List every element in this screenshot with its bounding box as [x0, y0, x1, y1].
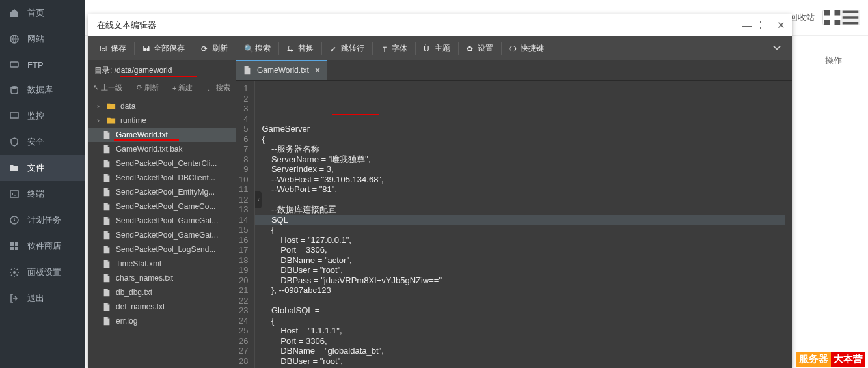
refresh-button[interactable]: ⟳ 刷新 [137, 83, 159, 92]
file-item[interactable]: GameWorld.txt.bak [88, 142, 236, 156]
code-line[interactable]: Port = 3306, [262, 245, 792, 255]
collapse-toolbar-button[interactable] [767, 40, 787, 57]
code-line[interactable]: Host = "127.0.0.1", [262, 235, 792, 246]
file-item[interactable]: SendPacketPool_CenterCli... [88, 156, 236, 171]
code-line[interactable]: DBPass = "jdusVRPm8XI+vYJb5gNZiw==" [262, 276, 792, 286]
code-line[interactable]: { [262, 134, 792, 145]
grid-view-button[interactable] [823, 10, 841, 25]
close-button[interactable]: ✕ [777, 20, 785, 31]
search-button[interactable]: 、 搜索 [207, 83, 230, 92]
code-line[interactable]: DBName = "actor", [262, 255, 792, 266]
file-tree[interactable]: dataruntimeGameWorld.txtGameWorld.txt.ba… [88, 98, 236, 368]
sidebar-item-settings[interactable]: 面板设置 [0, 259, 85, 285]
folder-icon [107, 116, 116, 125]
watermark: 服务器 大本营 [796, 352, 865, 367]
code-line[interactable]: GameServer = [262, 124, 792, 134]
sidebar-item-folder[interactable]: 文件 [0, 155, 85, 181]
folder-item[interactable]: runtime [88, 113, 236, 128]
code-line[interactable]: }, --0987abc123 [262, 285, 792, 296]
collapse-panel-icon[interactable]: ‹ [255, 191, 262, 208]
sidebar-item-terminal[interactable]: 终端 [0, 181, 85, 207]
file-icon [102, 216, 111, 225]
svg-rect-9 [15, 247, 18, 250]
font-button[interactable]: Ｔ字体 [374, 40, 414, 57]
file-item[interactable]: TimeStat.xml [88, 257, 236, 271]
editor-window: 在线文本编辑器 — ⛶ ✕ 🖫保存🖬全部保存⟳刷新🔍搜索⇆替换➹跳转行Ｔ字体Ü主… [88, 14, 792, 368]
file-item[interactable]: SendPacketPool_GameGat... [88, 214, 236, 228]
file-item[interactable]: SendPacketPool_EntityMg... [88, 185, 236, 199]
sidebar-item-label: 计划任务 [27, 214, 61, 226]
file-item[interactable]: SendPacketPool_LogSend... [88, 242, 236, 257]
code-line[interactable]: DBName = "globaldata_bt", [262, 346, 792, 356]
saveAll-button[interactable]: 🖬全部保存 [136, 40, 191, 57]
sidebar-item-label: 监控 [27, 110, 44, 122]
code-line[interactable]: ServerName = "唯我独尊", [262, 154, 792, 165]
svg-point-2 [11, 86, 18, 89]
file-icon [102, 173, 111, 182]
sidebar-item-home[interactable]: 首页 [0, 0, 85, 26]
refresh-button[interactable]: ⟳刷新 [195, 40, 234, 57]
theme-button[interactable]: Ü主题 [417, 40, 457, 57]
code-line[interactable]: DBUser = "root", [262, 265, 792, 276]
highlight-underline [114, 139, 179, 141]
code-line[interactable]: --数据库连接配置 [262, 205, 792, 215]
sidebar-item-logout[interactable]: 退出 [0, 285, 85, 311]
folder-item[interactable]: data [88, 99, 236, 113]
minimize-button[interactable]: — [742, 20, 752, 31]
file-item[interactable]: chars_names.txt [88, 271, 236, 285]
folder-icon [9, 163, 20, 173]
code-line[interactable] [262, 296, 792, 306]
code-line[interactable]: Host = "1.1.1.1", [262, 326, 792, 336]
toolbar-label: 主题 [435, 43, 450, 54]
code-line[interactable]: DBUser = "root", [262, 356, 792, 367]
tab-gameworld[interactable]: GameWorld.txt ✕ [236, 60, 327, 80]
file-item[interactable]: SendPacketPool_GameCo... [88, 199, 236, 214]
code-line[interactable]: Port = 3306, [262, 336, 792, 347]
code-line[interactable]: { [262, 225, 792, 235]
sidebar-item-apps[interactable]: 软件商店 [0, 233, 85, 259]
close-tab-icon[interactable]: ✕ [314, 66, 321, 75]
toolbar-label: 全部保存 [154, 43, 185, 54]
sidebar-item-globe[interactable]: 网站 [0, 26, 85, 52]
sidebar-item-db[interactable]: 数据库 [0, 77, 85, 103]
file-item[interactable]: GameWorld.txt [88, 128, 236, 142]
highlight-underline [332, 114, 379, 115]
goto-button[interactable]: ➹跳转行 [323, 40, 371, 57]
new-button[interactable]: + 新建 [172, 83, 193, 92]
code-line[interactable]: --服务器名称 [262, 144, 792, 154]
file-name: def_names.txt [116, 302, 165, 311]
list-view-button[interactable] [841, 10, 860, 25]
recycle-link[interactable]: 回收站 [789, 12, 815, 23]
current-path[interactable]: /data/gameworld [115, 66, 172, 75]
file-icon [102, 274, 111, 283]
maximize-button[interactable]: ⛶ [759, 20, 769, 31]
file-item[interactable]: err.log [88, 314, 236, 328]
code-line[interactable] [262, 195, 792, 205]
code-line[interactable]: --WebHost = "39.105.134.68", [262, 175, 792, 185]
code-line[interactable]: GlobalSQL = [262, 305, 792, 316]
hotkeys-button[interactable]: ❍快捷键 [503, 40, 550, 57]
up-button[interactable]: ↖ 上一级 [93, 83, 122, 92]
settings-button[interactable]: ✿设置 [460, 40, 500, 57]
tab-label: GameWorld.txt [257, 66, 309, 75]
code-line[interactable]: SQL = [255, 215, 785, 225]
code-line[interactable]: ServerIndex = 3, [262, 164, 792, 175]
file-item[interactable]: db_dbg.txt [88, 285, 236, 300]
file-item[interactable]: SendPacketPool_GameGat... [88, 228, 236, 242]
file-item[interactable]: def_names.txt [88, 300, 236, 314]
code-editor[interactable]: 1234567891011121314151617181920212223242… [236, 81, 792, 368]
code-line[interactable]: --WebPort = "81", [262, 184, 792, 195]
sidebar-item-ftp[interactable]: FTP [0, 52, 85, 77]
file-panel: 目录: /data/gameworld ↖ 上一级 ⟳ 刷新 + 新建 、 搜索… [88, 60, 236, 368]
save-button[interactable]: 🖫保存 [93, 40, 133, 57]
sidebar-item-shield[interactable]: 安全 [0, 129, 85, 155]
sidebar-item-monitor[interactable]: 监控 [0, 103, 85, 129]
code-line[interactable]: { [262, 316, 792, 326]
sidebar-item-clock[interactable]: 计划任务 [0, 207, 85, 233]
search-button[interactable]: 🔍搜索 [237, 40, 277, 57]
replace-button[interactable]: ⇆替换 [280, 40, 320, 57]
code-content[interactable]: ‹ GameServer ={ --服务器名称 ServerName = "唯我… [255, 81, 792, 368]
hotkeys-icon: ❍ [509, 44, 517, 52]
svg-rect-6 [10, 242, 14, 246]
file-item[interactable]: SendPacketPool_DBClient... [88, 171, 236, 185]
